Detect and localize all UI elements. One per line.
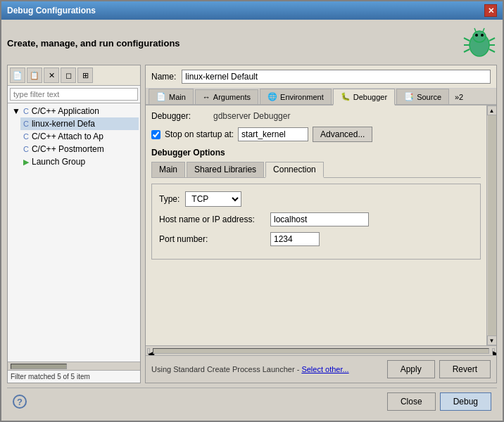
cpp-item-icon: C (23, 120, 29, 128)
tree-item-label: linux-kernel Defa (32, 119, 95, 129)
name-row: Name: (146, 65, 496, 89)
help-button[interactable]: ? (13, 395, 27, 409)
tab-arguments[interactable]: ↔ Arguments (195, 89, 258, 104)
cpp-app-icon: C (23, 107, 29, 115)
scroll-down-button[interactable]: ▼ (487, 335, 497, 345)
new-config-button[interactable]: 📄 (10, 68, 25, 83)
sub-tab-shared-libraries[interactable]: Shared Libraries (187, 162, 264, 177)
launch-group-icon: ▶ (23, 158, 29, 167)
tree-item-label: Launch Group (32, 157, 85, 167)
collapse-button[interactable]: ◻ (61, 68, 76, 83)
svg-line-10 (474, 28, 476, 32)
tree-group-cpp: ▼ C C/C++ Application C linux-kernel Def… (9, 105, 139, 168)
host-row: Host name or IP address: (159, 212, 473, 226)
sub-tab-connection[interactable]: Connection (265, 162, 324, 178)
port-row: Port number: (159, 232, 473, 246)
tree-area: ▼ C C/C++ Application C linux-kernel Def… (8, 103, 140, 362)
sub-tab-main-label: Main (159, 165, 177, 174)
tree-item-label: C/C++ Attach to Ap (32, 132, 103, 141)
right-horizontal-scrollbar[interactable]: ◀ ▶ (146, 345, 496, 355)
debugger-field-row: Debugger: gdbserver Debugger (151, 111, 481, 121)
bottom-buttons: Close Debug (387, 392, 491, 411)
expand-button[interactable]: ⊞ (77, 68, 93, 83)
bottom-row: ? Close Debug (7, 388, 497, 415)
cpp-attach-icon: C (23, 132, 29, 141)
tree-item-cpp-application[interactable]: ▼ C C/C++ Application (9, 105, 139, 117)
tree-item-label: C/C++ Postmortem (32, 144, 104, 154)
tab-debugger[interactable]: 🐛 Debugger (333, 89, 395, 106)
arguments-tab-icon: ↔ (203, 93, 210, 101)
svg-line-4 (464, 38, 470, 41)
apply-button[interactable]: Apply (387, 360, 435, 378)
sub-tabs-row: Main Shared Libraries Connection (151, 162, 481, 178)
close-button[interactable]: Close (387, 392, 436, 411)
filter-status: Filter matched 5 of 5 item (8, 370, 140, 383)
left-panel: 📄 📋 ✕ ◻ ⊞ ▼ C C/C++ Application (7, 65, 141, 383)
right-panel: Name: 📄 Main ↔ Arguments 🌐 Envir (145, 65, 497, 383)
svg-line-7 (489, 38, 495, 41)
svg-point-2 (475, 34, 478, 37)
sub-tab-connection-label: Connection (273, 165, 316, 174)
tab-label: Debugger (353, 93, 387, 101)
source-tab-icon: 📑 (404, 92, 414, 101)
tree-children: C linux-kernel Defa C C/C++ Attach to Ap… (20, 117, 139, 168)
debug-bug-icon (462, 25, 497, 60)
right-panel-scroll[interactable]: Debugger: gdbserver Debugger Stop on sta… (146, 106, 486, 345)
tab-environment[interactable]: 🌐 Environment (260, 89, 332, 104)
left-horizontal-scrollbar[interactable] (8, 362, 140, 370)
debugger-content: Debugger: gdbserver Debugger Stop on sta… (146, 106, 486, 265)
port-label: Port number: (159, 234, 265, 244)
stop-startup-input[interactable] (238, 127, 308, 141)
debugger-value: gdbserver Debugger (213, 111, 290, 121)
svg-point-3 (481, 34, 484, 37)
delete-button[interactable]: ✕ (44, 68, 59, 83)
toolbar: 📄 📋 ✕ ◻ ⊞ (8, 65, 140, 86)
h-scrollbar-track (153, 348, 489, 354)
page-title: Create, manage, and run configurations (7, 38, 180, 49)
sub-tab-main[interactable]: Main (151, 162, 185, 177)
debug-button[interactable]: Debug (440, 392, 491, 411)
tree-item-linux-kernel[interactable]: C linux-kernel Defa (20, 117, 139, 130)
tab-label: Main (169, 93, 186, 101)
connection-content: Type: TCP Host name or IP address: (151, 184, 481, 260)
type-select[interactable]: TCP (185, 191, 241, 207)
tab-label: Source (417, 93, 441, 101)
sub-tab-shared-label: Shared Libraries (194, 165, 256, 174)
vertical-scrollbar[interactable]: ▲ ▼ (486, 106, 496, 345)
select-other-link[interactable]: Select other... (301, 365, 348, 373)
port-input[interactable] (270, 232, 320, 246)
tab-label: Environment (280, 93, 324, 101)
overflow-icon: »2 (455, 93, 463, 101)
expand-arrow-icon: ▼ (12, 106, 20, 116)
close-window-button[interactable]: ✕ (484, 4, 497, 17)
tab-overflow[interactable]: »2 (451, 90, 467, 104)
tab-source[interactable]: 📑 Source (396, 89, 449, 104)
tree-item-launch-group[interactable]: ▶ Launch Group (20, 155, 139, 168)
type-label: Type: (159, 194, 179, 204)
scrollbar-track (488, 115, 496, 335)
debugger-options-label: Debugger Options (151, 148, 481, 158)
scroll-up-button[interactable]: ▲ (487, 106, 497, 115)
stop-startup-checkbox[interactable] (151, 130, 160, 139)
svg-line-9 (489, 49, 495, 52)
svg-line-6 (464, 49, 470, 52)
window-title: Debug Configurations (7, 6, 96, 15)
debugger-tab-icon: 🐛 (341, 92, 351, 101)
duplicate-button[interactable]: 📋 (27, 68, 42, 83)
footer-bar: Using Standard Create Process Launcher -… (146, 355, 496, 383)
tree-item-label: C/C++ Application (32, 106, 99, 116)
host-input[interactable] (270, 212, 369, 226)
tabs-row: 📄 Main ↔ Arguments 🌐 Environment 🐛 Debug… (146, 89, 496, 106)
advanced-button[interactable]: Advanced... (313, 127, 372, 142)
tree-item-attach[interactable]: C C/C++ Attach to Ap (20, 130, 139, 143)
stop-startup-row: Stop on startup at: Advanced... (151, 127, 481, 142)
revert-button[interactable]: Revert (439, 360, 491, 378)
tab-main[interactable]: 📄 Main (149, 89, 194, 104)
filter-input[interactable] (10, 88, 138, 101)
debugger-label: Debugger: (151, 111, 208, 121)
tree-item-postmortem[interactable]: C C/C++ Postmortem (20, 143, 139, 155)
title-bar: Debug Configurations ✕ (1, 1, 503, 20)
name-input[interactable] (182, 70, 491, 84)
debug-configurations-window: Debug Configurations ✕ Create, manage, a… (0, 0, 504, 422)
host-label: Host name or IP address: (159, 215, 265, 224)
